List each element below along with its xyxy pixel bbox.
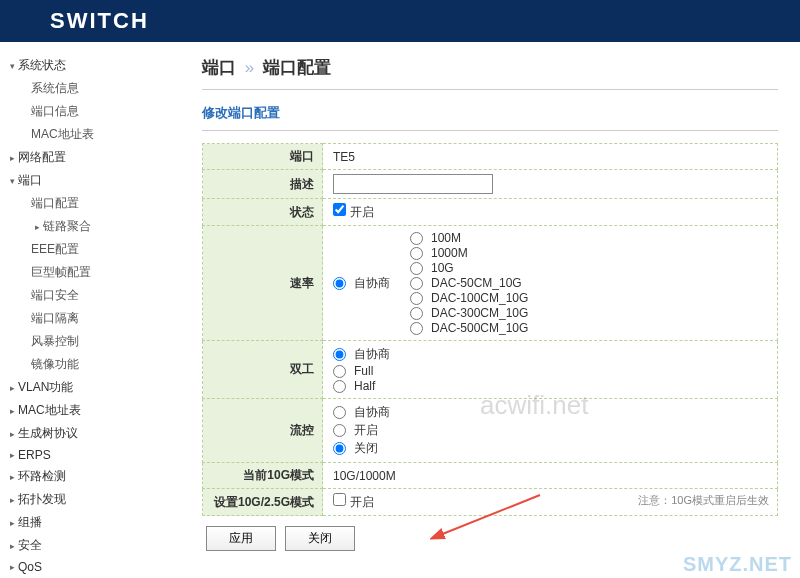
caret-right-icon: ▸: [6, 518, 18, 528]
label-status: 状态: [203, 199, 323, 226]
flowctl-option-label: 自协商: [354, 404, 390, 421]
caret-right-icon: ▸: [6, 495, 18, 505]
duplex-option-label: Full: [354, 364, 373, 378]
caret-right-icon: ▸: [31, 222, 43, 232]
sidebar-item-erps[interactable]: ▸ERPS: [6, 445, 180, 465]
caret-down-icon: ▾: [6, 61, 18, 71]
speed-option-label: DAC-300CM_10G: [431, 306, 528, 320]
duplex-option-label: Half: [354, 379, 375, 393]
sidebar-item-link-agg[interactable]: ▸链路聚合: [31, 215, 180, 238]
logo: SWITCH: [50, 8, 149, 34]
caret-right-icon: ▸: [6, 562, 18, 572]
caret-right-icon: ▸: [6, 429, 18, 439]
flowctl-option-radio[interactable]: [333, 406, 346, 419]
sidebar-item-system-info[interactable]: 系统信息: [31, 77, 180, 100]
sidebar-item-port-isolation[interactable]: 端口隔离: [31, 307, 180, 330]
flowctl-option-radio[interactable]: [333, 424, 346, 437]
value-cur10g: 10G/1000M: [323, 463, 778, 489]
apply-button[interactable]: 应用: [206, 526, 276, 551]
speed-option-label: DAC-50CM_10G: [431, 276, 522, 290]
desc-input[interactable]: [333, 174, 493, 194]
caret-right-icon: ▸: [6, 472, 18, 482]
label-port: 端口: [203, 144, 323, 170]
speed-auto-radio[interactable]: [333, 277, 346, 290]
speed-option-radio[interactable]: [410, 322, 423, 335]
flowctl-option-radio[interactable]: [333, 442, 346, 455]
duplex-option-radio[interactable]: [333, 365, 346, 378]
sidebar-item-port-config[interactable]: 端口配置: [31, 192, 180, 215]
sidebar-item-multicast[interactable]: ▸组播: [6, 511, 180, 534]
breadcrumb: 端口 » 端口配置: [202, 56, 778, 79]
sidebar-item-topology[interactable]: ▸拓扑发现: [6, 488, 180, 511]
label-set10g: 设置10G/2.5G模式: [203, 489, 323, 516]
sidebar-item-eee[interactable]: EEE配置: [31, 238, 180, 261]
breadcrumb-separator: »: [245, 58, 254, 77]
speed-option-radio[interactable]: [410, 307, 423, 320]
set10g-checkbox-label: 开启: [350, 495, 374, 509]
status-checkbox[interactable]: [333, 203, 346, 216]
flowctl-option-label: 关闭: [354, 440, 378, 457]
sidebar-item-mirror[interactable]: 镜像功能: [31, 353, 180, 376]
sidebar-item-security[interactable]: ▸安全: [6, 534, 180, 557]
set10g-note: 注意：10G模式重启后生效: [638, 493, 769, 508]
breadcrumb-part1: 端口: [202, 58, 236, 77]
section-title: 修改端口配置: [202, 104, 778, 122]
speed-option-label: 1000M: [431, 246, 468, 260]
sidebar-item-qos[interactable]: ▸QoS: [6, 557, 180, 577]
speed-option-label: 100M: [431, 231, 461, 245]
duplex-option-label: 自协商: [354, 346, 390, 363]
label-flowctl: 流控: [203, 399, 323, 463]
sidebar-item-label: 系统状态: [18, 57, 66, 74]
speed-option-label: DAC-500CM_10G: [431, 321, 528, 335]
sidebar-item-mac[interactable]: ▸MAC地址表: [6, 399, 180, 422]
breadcrumb-part2: 端口配置: [263, 58, 331, 77]
duplex-option-radio[interactable]: [333, 380, 346, 393]
caret-right-icon: ▸: [6, 153, 18, 163]
label-cur10g: 当前10G模式: [203, 463, 323, 489]
sidebar-item-stp[interactable]: ▸生成树协议: [6, 422, 180, 445]
speed-option-radio[interactable]: [410, 232, 423, 245]
caret-right-icon: ▸: [6, 406, 18, 416]
sidebar-item-port-security[interactable]: 端口安全: [31, 284, 180, 307]
sidebar-item-network-config[interactable]: ▸网络配置: [6, 146, 180, 169]
sidebar-item-loop-detect[interactable]: ▸环路检测: [6, 465, 180, 488]
form-table: 端口 TE5 描述 状态 开启 速率 自协商 100M 1000M: [202, 143, 778, 516]
sidebar-item-mac-table[interactable]: MAC地址表: [31, 123, 180, 146]
speed-option-label: 10G: [431, 261, 454, 275]
sidebar-item-port-info[interactable]: 端口信息: [31, 100, 180, 123]
value-port: TE5: [323, 144, 778, 170]
sidebar-item-port[interactable]: ▾端口: [6, 169, 180, 192]
main-content: 端口 » 端口配置 修改端口配置 端口 TE5 描述 状态 开启 速率: [180, 42, 800, 578]
speed-option-radio[interactable]: [410, 292, 423, 305]
sidebar-item-storm-control[interactable]: 风暴控制: [31, 330, 180, 353]
speed-option-label: DAC-100CM_10G: [431, 291, 528, 305]
set10g-checkbox[interactable]: [333, 493, 346, 506]
sidebar-item-system-status[interactable]: ▾系统状态: [6, 54, 180, 77]
speed-auto-label: 自协商: [354, 275, 390, 292]
close-button[interactable]: 关闭: [285, 526, 355, 551]
label-speed: 速率: [203, 226, 323, 341]
divider: [202, 89, 778, 90]
label-desc: 描述: [203, 170, 323, 199]
divider: [202, 130, 778, 131]
speed-option-radio[interactable]: [410, 262, 423, 275]
button-row: 应用 关闭: [202, 526, 778, 551]
sidebar: ▾系统状态 系统信息 端口信息 MAC地址表 ▸网络配置 ▾端口 端口配置 ▸链…: [0, 42, 180, 578]
status-checkbox-label: 开启: [350, 205, 374, 219]
label-duplex: 双工: [203, 341, 323, 399]
sidebar-item-jumbo[interactable]: 巨型帧配置: [31, 261, 180, 284]
caret-down-icon: ▾: [6, 176, 18, 186]
duplex-option-radio[interactable]: [333, 348, 346, 361]
caret-right-icon: ▸: [6, 383, 18, 393]
sidebar-item-vlan[interactable]: ▸VLAN功能: [6, 376, 180, 399]
caret-right-icon: ▸: [6, 541, 18, 551]
speed-option-radio[interactable]: [410, 247, 423, 260]
flowctl-option-label: 开启: [354, 422, 378, 439]
header: SWITCH: [0, 0, 800, 42]
speed-option-radio[interactable]: [410, 277, 423, 290]
caret-right-icon: ▸: [6, 450, 18, 460]
